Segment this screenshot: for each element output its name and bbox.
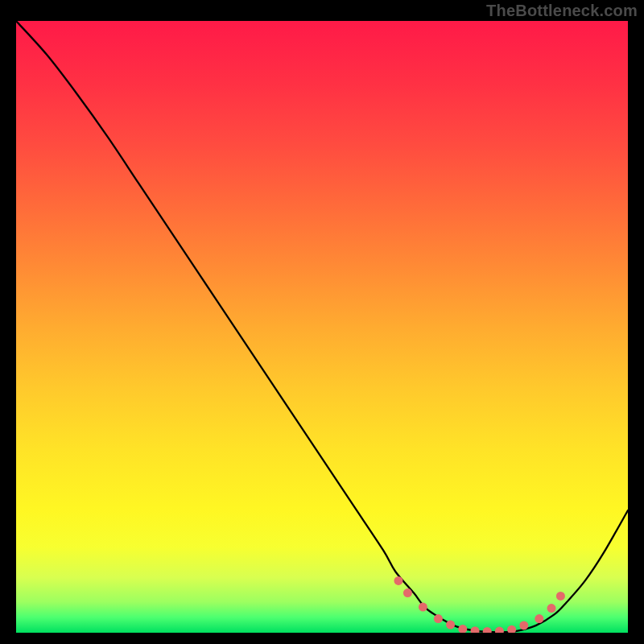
valley-dot xyxy=(547,604,556,613)
valley-dot xyxy=(403,588,412,597)
chart-frame: TheBottleneck.com xyxy=(0,0,644,644)
valley-dot xyxy=(556,592,565,601)
valley-dot xyxy=(434,614,443,623)
chart-svg xyxy=(16,21,628,633)
watermark-text: TheBottleneck.com xyxy=(486,2,638,20)
gradient-background xyxy=(16,21,628,633)
bottleneck-chart xyxy=(16,21,628,633)
valley-dot xyxy=(394,576,403,585)
valley-dot xyxy=(535,614,543,623)
valley-dot xyxy=(446,621,455,630)
valley-dot xyxy=(519,621,528,630)
valley-dot xyxy=(419,603,427,612)
